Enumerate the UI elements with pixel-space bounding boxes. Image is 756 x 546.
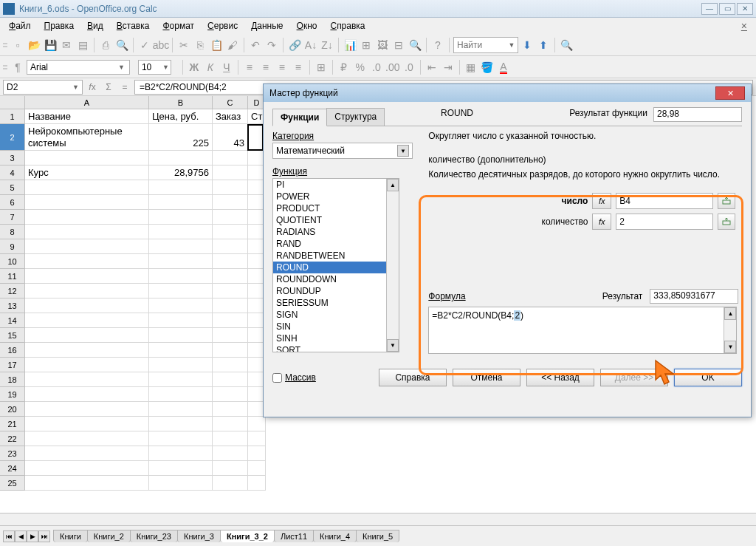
cell[interactable] bbox=[213, 461, 248, 476]
cell[interactable] bbox=[25, 461, 149, 476]
row-header[interactable]: 3 bbox=[0, 151, 25, 165]
menu-insert[interactable]: Вставка bbox=[111, 19, 156, 33]
tab-first-icon[interactable]: ⏮ bbox=[3, 530, 15, 542]
cell[interactable] bbox=[25, 239, 149, 254]
menu-help[interactable]: Справка bbox=[324, 19, 371, 33]
cell[interactable] bbox=[149, 328, 213, 343]
shrink-button[interactable] bbox=[718, 193, 735, 209]
cell[interactable] bbox=[149, 180, 213, 195]
tab-structure[interactable]: Структура bbox=[326, 108, 385, 126]
decrease-indent-icon[interactable]: ⇤ bbox=[425, 60, 439, 75]
scroll-down-icon[interactable]: ▼ bbox=[724, 341, 736, 353]
row-header[interactable]: 15 bbox=[0, 328, 25, 343]
autospell-icon[interactable]: abc bbox=[154, 38, 168, 52]
row-header[interactable]: 8 bbox=[0, 225, 25, 239]
cancel-button[interactable]: Отмена bbox=[453, 369, 520, 386]
font-name-input[interactable] bbox=[27, 60, 130, 75]
font-dropdown-icon[interactable]: ▼ bbox=[118, 64, 125, 71]
list-item[interactable]: SIN bbox=[273, 321, 399, 332]
datasources-icon[interactable]: ⊟ bbox=[391, 38, 406, 52]
scroll-up-icon[interactable]: ▲ bbox=[724, 307, 736, 320]
cut-icon[interactable]: ✂ bbox=[176, 38, 191, 52]
cell[interactable] bbox=[213, 387, 248, 402]
cell[interactable] bbox=[25, 195, 149, 210]
cell[interactable] bbox=[149, 313, 213, 328]
align-left-icon[interactable]: ≡ bbox=[242, 60, 257, 75]
cell[interactable] bbox=[213, 298, 248, 313]
tab-last-icon[interactable]: ⏭ bbox=[38, 530, 50, 542]
row-header[interactable]: 9 bbox=[0, 239, 25, 254]
increase-indent-icon[interactable]: ⇥ bbox=[441, 60, 456, 75]
cell[interactable] bbox=[25, 210, 149, 225]
dialog-titlebar[interactable]: Мастер функций ✕ bbox=[264, 84, 751, 102]
navigator-icon[interactable]: ⊞ bbox=[359, 38, 374, 52]
row-header[interactable]: 17 bbox=[0, 358, 25, 372]
list-item[interactable]: POWER bbox=[273, 191, 399, 202]
cell[interactable] bbox=[213, 284, 248, 298]
tab-prev-icon[interactable]: ◀ bbox=[15, 530, 27, 542]
preview-icon[interactable]: 🔍 bbox=[114, 38, 129, 52]
cell[interactable] bbox=[149, 417, 213, 431]
chart-icon[interactable]: 📊 bbox=[343, 38, 357, 52]
cell[interactable] bbox=[213, 165, 248, 180]
cell[interactable] bbox=[149, 254, 213, 269]
dialog-close-button[interactable]: ✕ bbox=[715, 86, 745, 100]
cell[interactable]: Заказ bbox=[213, 109, 248, 124]
shrink-button[interactable] bbox=[718, 214, 735, 230]
row-header[interactable]: 23 bbox=[0, 446, 25, 461]
list-item[interactable]: QUOTIENT bbox=[273, 214, 399, 226]
doc-close-icon[interactable]: × bbox=[735, 18, 753, 33]
fx-button[interactable]: fx bbox=[592, 193, 611, 209]
row-header[interactable]: 20 bbox=[0, 402, 25, 417]
bold-icon[interactable]: Ж bbox=[187, 60, 202, 75]
find-dialog-icon[interactable]: 🔍 bbox=[559, 38, 574, 52]
col-header-b[interactable]: B bbox=[149, 96, 213, 109]
sort-desc-icon[interactable]: Z↓ bbox=[320, 38, 334, 52]
cell[interactable] bbox=[248, 476, 266, 491]
menu-edit[interactable]: Правка bbox=[38, 19, 80, 33]
cell[interactable] bbox=[25, 284, 149, 298]
cell[interactable] bbox=[149, 298, 213, 313]
row-header[interactable]: 19 bbox=[0, 387, 25, 402]
cell[interactable] bbox=[213, 210, 248, 225]
tab-functions[interactable]: Функции bbox=[272, 109, 327, 126]
cell[interactable] bbox=[25, 417, 149, 431]
cell[interactable] bbox=[213, 239, 248, 254]
param-input-count[interactable] bbox=[616, 214, 713, 230]
ok-button[interactable]: OK bbox=[674, 369, 742, 386]
cell[interactable] bbox=[213, 431, 248, 446]
spellcheck-icon[interactable]: ✓ bbox=[137, 38, 152, 52]
row-header[interactable]: 13 bbox=[0, 298, 25, 313]
cell[interactable] bbox=[149, 431, 213, 446]
list-item[interactable]: ROUNDUP bbox=[273, 285, 399, 297]
function-listbox[interactable]: PI POWER PRODUCT QUOTIENT RADIANS RAND R… bbox=[272, 178, 399, 352]
hyperlink-icon[interactable]: 🔗 bbox=[287, 38, 302, 52]
cell[interactable] bbox=[213, 417, 248, 431]
cell[interactable] bbox=[149, 461, 213, 476]
sheet-tab[interactable]: Книги_5 bbox=[356, 530, 399, 542]
row-header[interactable]: 10 bbox=[0, 254, 25, 269]
cell[interactable] bbox=[25, 328, 149, 343]
cell[interactable] bbox=[25, 180, 149, 195]
cell[interactable] bbox=[25, 431, 149, 446]
cell[interactable]: Нейрокомпьютерныесистемы bbox=[25, 124, 149, 151]
cell[interactable] bbox=[25, 387, 149, 402]
toolbar-handle[interactable] bbox=[3, 38, 7, 52]
row-header[interactable]: 7 bbox=[0, 210, 25, 225]
add-decimal-icon[interactable]: .00 bbox=[385, 60, 400, 75]
redo-icon[interactable]: ↷ bbox=[264, 38, 279, 52]
back-button[interactable]: << Назад bbox=[526, 369, 594, 386]
cell[interactable] bbox=[25, 151, 149, 165]
cell[interactable] bbox=[149, 372, 213, 387]
cell[interactable] bbox=[149, 225, 213, 239]
cell[interactable] bbox=[213, 151, 248, 165]
array-checkbox[interactable] bbox=[272, 373, 282, 383]
cell[interactable] bbox=[25, 358, 149, 372]
cell[interactable] bbox=[149, 446, 213, 461]
cell[interactable] bbox=[213, 195, 248, 210]
sum-icon[interactable]: Σ bbox=[102, 81, 115, 94]
cell[interactable] bbox=[213, 313, 248, 328]
sheet-tab[interactable]: Книги_23 bbox=[130, 530, 178, 542]
list-item[interactable]: PRODUCT bbox=[273, 202, 399, 214]
cell[interactable] bbox=[149, 151, 213, 165]
